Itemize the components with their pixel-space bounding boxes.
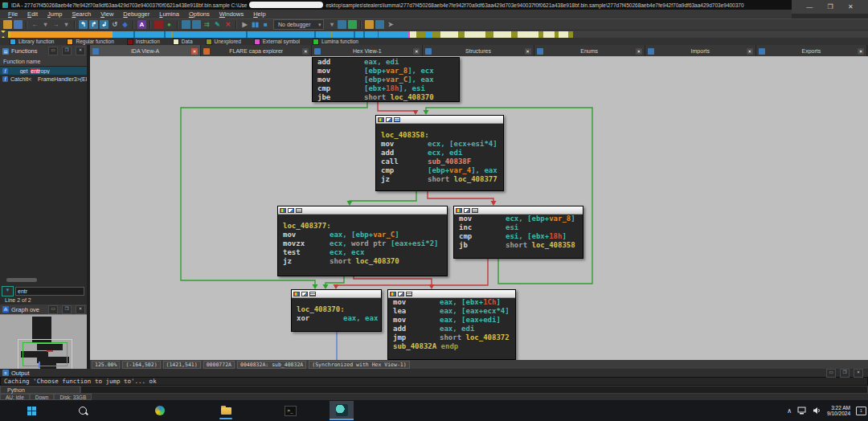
delete-icon[interactable]: ✕ — [223, 20, 232, 29]
functions-float-icon[interactable]: ❐ — [62, 47, 72, 55]
function-filter-input[interactable] — [15, 287, 84, 296]
snapshot-icon[interactable] — [338, 20, 346, 29]
debug-pause-icon[interactable]: ▮▮ — [251, 20, 260, 29]
asm-line[interactable]: movecx, [ebp+var_8] — [454, 215, 583, 223]
block-header[interactable] — [376, 116, 503, 124]
asm-line[interactable]: incesi — [454, 223, 583, 232]
asm-line[interactable]: sub_40832A endp — [388, 342, 515, 351]
run-script-icon[interactable]: ● — [165, 20, 174, 29]
tray-chevron-icon[interactable]: ∧ — [787, 407, 792, 415]
filter-icon[interactable]: ▼ — [2, 286, 14, 296]
asm-line[interactable]: loc_408377: — [278, 222, 447, 231]
lumina-push-icon[interactable] — [348, 20, 357, 29]
asm-line[interactable]: cmpesi, [ebx+18h] — [454, 232, 583, 241]
tab-close-icon[interactable]: ✕ — [413, 48, 420, 55]
back-caret-icon[interactable]: ▾ — [41, 20, 50, 29]
lumina-drop-icon[interactable]: ◆ — [121, 20, 129, 29]
debug-play-icon[interactable]: ▶ — [240, 20, 249, 29]
block-header[interactable] — [388, 290, 515, 298]
graph-overview-minimap[interactable] — [0, 314, 87, 370]
plugins-icon[interactable] — [375, 20, 384, 29]
tab-hex-view-1[interactable]: Hex View-1✕ — [312, 45, 423, 57]
asm-line[interactable]: moveax, [ebp+var_C] — [278, 231, 447, 239]
taskbar-search-button[interactable] — [71, 401, 95, 420]
block-header[interactable] — [292, 290, 381, 298]
tab-imports[interactable]: Imports✕ — [645, 45, 756, 57]
asm-line[interactable]: moveax, [ebx+1Ch] — [388, 298, 515, 307]
disassembly-graph-view[interactable]: addeax, edimov[ebp+var_8], ecxmov[ebp+va… — [90, 56, 868, 360]
function-list-item[interactable]: fCatchIt<__FrameHandler3>(EHEx — [0, 75, 87, 83]
taskbar-clock[interactable]: 3:22 AM 9/10/2024 — [827, 405, 850, 417]
start-button[interactable] — [19, 401, 43, 420]
block-header[interactable] — [278, 206, 447, 215]
menu-search[interactable]: Search — [67, 10, 96, 18]
menu-windows[interactable]: Windows — [215, 10, 248, 18]
menu-help[interactable]: Help — [248, 10, 270, 18]
menu-file[interactable]: File — [3, 10, 23, 18]
python-prompt-label[interactable]: Python — [0, 386, 80, 394]
asm-line[interactable]: testecx, ecx — [278, 248, 447, 257]
tab-close-icon[interactable]: ✕ — [191, 48, 198, 55]
tab-ida-view-a[interactable]: IDA View-A✕ — [90, 45, 201, 57]
python-console-input[interactable] — [80, 386, 868, 394]
tab-enums[interactable]: Enums✕ — [534, 45, 645, 57]
text-options-icon[interactable]: A — [137, 20, 146, 29]
menu-edit[interactable]: Edit — [23, 10, 43, 18]
tab-close-icon[interactable]: ✕ — [858, 48, 864, 55]
notification-center-icon[interactable]: 1 — [856, 407, 866, 415]
jump-next-icon[interactable]: ↱ — [89, 20, 98, 29]
close-button[interactable]: ✕ — [848, 4, 854, 10]
open-file-icon[interactable] — [3, 20, 12, 29]
edit-icon[interactable]: ✎ — [213, 20, 222, 29]
trace-icon[interactable]: ⇉ — [203, 20, 211, 29]
asm-line[interactable]: addeax, edi — [388, 325, 515, 333]
volume-icon[interactable] — [813, 407, 821, 415]
output-close-icon[interactable]: ✕ — [854, 369, 863, 378]
asm-line[interactable]: mov[ebp+var_C], eax — [313, 76, 459, 84]
overview-close-icon[interactable]: ✕ — [76, 305, 85, 314]
network-icon[interactable] — [797, 407, 807, 415]
attach-icon[interactable]: ➤ — [386, 20, 395, 29]
menu-view[interactable]: View — [96, 10, 118, 18]
debugger-selector[interactable]: No debugger — [273, 19, 324, 30]
combo-caret-icon[interactable]: ▾ — [327, 20, 336, 29]
asm-line[interactable]: movzxecx, word ptr [eax+esi*2] — [278, 239, 447, 248]
menu-debugger[interactable]: Debugger — [118, 10, 154, 18]
asm-line[interactable]: loc_408358: — [376, 131, 503, 140]
menu-lumina[interactable]: Lumina — [154, 10, 184, 18]
jump-list-icon[interactable]: ↲ — [100, 20, 108, 29]
minimize-button[interactable]: — — [806, 4, 813, 10]
asm-line[interactable]: leaeax, [eax+ecx*4] — [388, 307, 515, 316]
tab-close-icon[interactable]: ✕ — [747, 48, 753, 55]
asm-line[interactable]: callsub_40838F — [376, 157, 503, 166]
overview-minimize-icon[interactable]: ▭ — [48, 305, 58, 314]
asm-line[interactable]: jzshort loc_408377 — [376, 175, 503, 184]
overview-float-icon[interactable]: ❐ — [62, 305, 72, 314]
asm-line[interactable]: addecx, edi — [376, 149, 503, 157]
basic-block-exit_block[interactable]: moveax, [ebx+1Ch]leaeax, [eax+ecx*4]move… — [387, 289, 516, 360]
asm-line[interactable]: cmp[ebx+18h], esi — [313, 84, 459, 93]
jump-prev-icon[interactable]: ↰ — [79, 20, 88, 29]
taskbar-terminal-button[interactable]: >_ — [278, 401, 302, 420]
block-header[interactable] — [454, 206, 583, 215]
menu-jump[interactable]: Jump — [43, 10, 67, 18]
tab-exports[interactable]: Exports✕ — [756, 45, 867, 57]
tab-close-icon[interactable]: ✕ — [302, 48, 309, 55]
function-list-scrollbar[interactable] — [6, 278, 37, 282]
asm-line[interactable]: cmp[ebp+var_4], eax — [376, 166, 503, 175]
ida-logo-icon[interactable] — [154, 20, 163, 29]
taskbar-explorer-button[interactable] — [214, 401, 238, 420]
menu-options[interactable]: Options — [184, 10, 215, 18]
script-file-icon[interactable] — [365, 20, 374, 29]
debug-stop-icon[interactable]: ■ — [261, 20, 270, 29]
asm-line[interactable]: jmpshort loc_408372 — [388, 333, 515, 342]
back-icon[interactable]: ← — [31, 20, 39, 29]
tab-close-icon[interactable]: ✕ — [636, 48, 642, 55]
asm-line[interactable]: moveax, [eax+edi] — [388, 316, 515, 325]
functions-minimize-icon[interactable]: ▭ — [48, 47, 58, 55]
asm-line[interactable]: mov[ebp+var_8], ecx — [313, 67, 459, 76]
asm-line[interactable]: jbshort loc_408358 — [454, 241, 583, 250]
asm-line[interactable]: xoreax, eax — [292, 314, 381, 323]
output-float-icon[interactable]: ❐ — [840, 369, 850, 378]
asm-line[interactable]: jzshort loc_408370 — [278, 257, 447, 266]
